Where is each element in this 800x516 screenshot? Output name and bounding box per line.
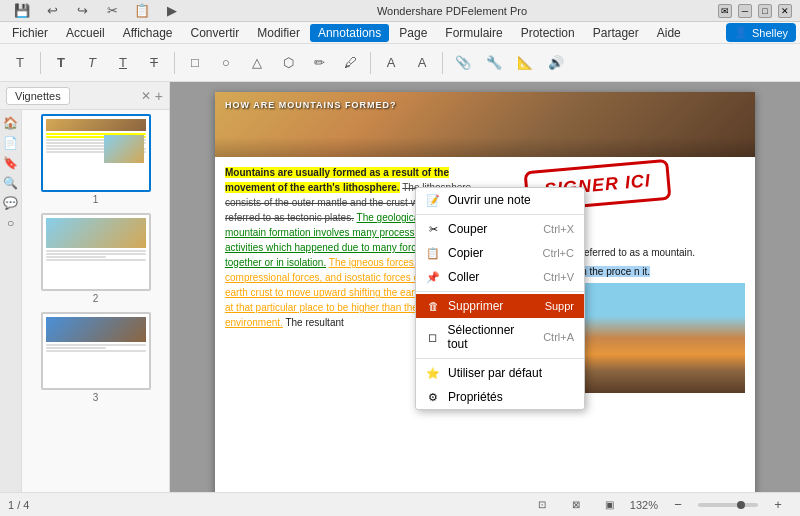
menu-fichier[interactable]: Fichier (4, 24, 56, 42)
ctx-copy[interactable]: 📋 Copier Ctrl+C (416, 241, 584, 265)
ctx-sep-3 (416, 358, 584, 359)
menu-accueil[interactable]: Accueil (58, 24, 113, 42)
menu-affichage[interactable]: Affichage (115, 24, 181, 42)
delete-icon: 🗑 (426, 299, 440, 313)
pen-tool[interactable]: 🖊 (336, 49, 364, 77)
triangle-tool[interactable]: △ (243, 49, 271, 77)
sidebar-inner: 🏠 📄 🔖 🔍 💬 ○ (0, 110, 169, 492)
sound-tool[interactable]: 🔊 (542, 49, 570, 77)
view-mode-btn[interactable]: ▣ (596, 491, 624, 517)
ctx-delete-shortcut: Suppr (545, 300, 574, 312)
fit-page-btn[interactable]: ⊡ (528, 491, 556, 517)
sep1 (40, 52, 41, 74)
ctx-default[interactable]: ⭐ Utiliser par défaut (416, 361, 584, 385)
cut-btn[interactable]: ✂ (98, 0, 126, 25)
email-icon[interactable]: ✉ (718, 4, 732, 18)
left-icon-panel: 🏠 📄 🔖 🔍 💬 ○ (0, 110, 22, 492)
zoom-in-btn[interactable]: + (764, 491, 792, 517)
circle-icon[interactable]: ○ (2, 214, 20, 232)
callout-tool[interactable]: A (408, 49, 436, 77)
thumbnail-img-3 (41, 312, 151, 390)
zoom-level: 132% (630, 499, 658, 511)
home-icon[interactable]: 🏠 (2, 114, 20, 132)
menu-protection[interactable]: Protection (513, 24, 583, 42)
stamp-tool[interactable]: 🔧 (480, 49, 508, 77)
sidebar-close-button[interactable]: ✕ (141, 89, 151, 103)
text-box-tool[interactable]: A (377, 49, 405, 77)
text-tool-1[interactable]: T (6, 49, 34, 77)
ctx-open-note-label: Ouvrir une note (448, 193, 531, 207)
thumb-page2-content (43, 215, 149, 289)
save-btn[interactable]: 💾 (8, 0, 36, 25)
ctx-paste[interactable]: 📌 Coller Ctrl+V (416, 265, 584, 289)
ctx-paste-shortcut: Ctrl+V (543, 271, 574, 283)
play-btn[interactable]: ▶ (158, 0, 186, 25)
thumb-right-img (104, 135, 144, 163)
user-icon: 👤 (734, 26, 748, 39)
ctx-delete[interactable]: 🗑 Supprimer Suppr (416, 294, 584, 318)
menu-page[interactable]: Page (391, 24, 435, 42)
thumbnail-1[interactable]: 1 (26, 114, 165, 205)
ctx-properties[interactable]: ⚙ Propriétés (416, 385, 584, 409)
ctx-select-all[interactable]: ◻ Sélectionner tout Ctrl+A (416, 318, 584, 356)
page-top-image: HOW ARE MOUNTAINS FORMED? (215, 92, 755, 157)
text-tool-4[interactable]: T (109, 49, 137, 77)
ctx-open-note[interactable]: 📝 Ouvrir une note (416, 188, 584, 212)
quick-access-toolbar[interactable]: 💾 ↩ ↪ ✂ 📋 ▶ (8, 0, 186, 25)
minimize-button[interactable]: ─ (738, 4, 752, 18)
t2-l3 (46, 256, 106, 258)
menu-convertir[interactable]: Convertir (183, 24, 248, 42)
redo-btn[interactable]: ↪ (68, 0, 96, 25)
undo-btn[interactable]: ↩ (38, 0, 66, 25)
window-controls[interactable]: ✉ ─ □ ✕ (718, 4, 792, 18)
thumb-num-3: 3 (93, 392, 99, 403)
thumbnail-2[interactable]: 2 (26, 213, 165, 304)
thumb-page1-content (43, 116, 149, 190)
close-button[interactable]: ✕ (778, 4, 792, 18)
sidebar-header: Vignettes ✕ + (0, 82, 169, 110)
fit-width-btn[interactable]: ⊠ (562, 491, 590, 517)
page-area: HOW ARE MOUNTAINS FORMED? Mountains are … (170, 82, 800, 492)
bookmark-icon[interactable]: 🔖 (2, 154, 20, 172)
status-right: ⊡ ⊠ ▣ 132% − + (528, 491, 792, 517)
ctx-cut[interactable]: ✂ Couper Ctrl+X (416, 217, 584, 241)
menu-partager[interactable]: Partager (585, 24, 647, 42)
rect-tool[interactable]: □ (181, 49, 209, 77)
ctx-copy-shortcut: Ctrl+C (543, 247, 574, 259)
copy-icon: 📋 (426, 246, 440, 260)
zoom-slider[interactable] (698, 503, 758, 507)
menu-formulaire[interactable]: Formulaire (437, 24, 510, 42)
sidebar-add-button[interactable]: + (155, 88, 163, 104)
ctx-properties-label: Propriétés (448, 390, 503, 404)
vignettes-tab[interactable]: Vignettes (6, 87, 70, 105)
ellipse-tool[interactable]: ○ (212, 49, 240, 77)
paste-btn[interactable]: 📋 (128, 0, 156, 25)
measure-tool[interactable]: 📐 (511, 49, 539, 77)
page-wrapper[interactable]: HOW ARE MOUNTAINS FORMED? Mountains are … (170, 82, 800, 492)
zoom-out-btn[interactable]: − (664, 491, 692, 517)
user-button[interactable]: 👤 Shelley (726, 23, 796, 42)
title-bar: 💾 ↩ ↪ ✂ 📋 ▶ Wondershare PDFelement Pro ✉… (0, 0, 800, 22)
menu-aide[interactable]: Aide (649, 24, 689, 42)
pencil-tool[interactable]: ✏ (305, 49, 333, 77)
t3-l3 (46, 350, 146, 352)
page-icon[interactable]: 📄 (2, 134, 20, 152)
search-icon[interactable]: 🔍 (2, 174, 20, 192)
thumbnail-3[interactable]: 3 (26, 312, 165, 403)
thumb-num-1: 1 (93, 194, 99, 205)
pdf-page: HOW ARE MOUNTAINS FORMED? Mountains are … (215, 92, 755, 492)
sep3 (370, 52, 371, 74)
text-tool-2[interactable]: T (47, 49, 75, 77)
attachment-tool[interactable]: 📎 (449, 49, 477, 77)
menu-bar: Fichier Accueil Affichage Convertir Modi… (0, 22, 800, 44)
menu-annotations[interactable]: Annotations (310, 24, 389, 42)
text-tool-3[interactable]: T (78, 49, 106, 77)
comment-icon[interactable]: 💬 (2, 194, 20, 212)
app-title: Wondershare PDFelement Pro (377, 5, 527, 17)
maximize-button[interactable]: □ (758, 4, 772, 18)
context-menu: 📝 Ouvrir une note ✂ Couper Ctrl+X 📋 Copi… (415, 187, 585, 410)
poly-tool[interactable]: ⬡ (274, 49, 302, 77)
text-tool-5[interactable]: T (140, 49, 168, 77)
page-info: 1 / 4 (8, 499, 29, 511)
menu-modifier[interactable]: Modifier (249, 24, 308, 42)
